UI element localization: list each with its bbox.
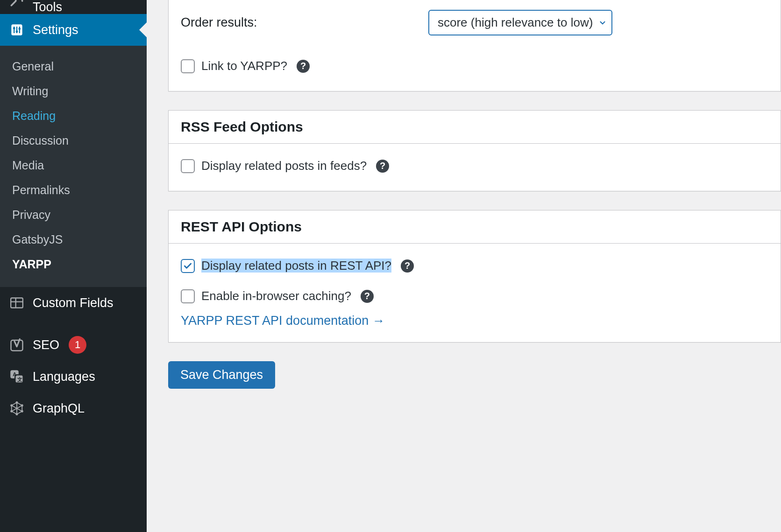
rss-feed-options-title: RSS Feed Options	[169, 111, 781, 144]
submenu-permalinks[interactable]: Permalinks	[0, 178, 147, 203]
order-results-label: Order results:	[181, 15, 422, 30]
rest-api-options-title: REST API Options	[169, 210, 781, 244]
submenu-writing[interactable]: Writing	[0, 79, 147, 104]
save-changes-button[interactable]: Save Changes	[168, 361, 275, 389]
enable-caching-label: Enable in-browser caching?	[201, 289, 351, 303]
svg-point-3	[19, 28, 21, 30]
submenu-privacy[interactable]: Privacy	[0, 203, 147, 227]
svg-point-12	[21, 410, 23, 413]
submenu-gatsbyjs[interactable]: GatsbyJS	[0, 227, 147, 252]
submenu-discussion[interactable]: Discussion	[0, 128, 147, 153]
sidebar-item-label: Settings	[33, 23, 78, 37]
svg-point-10	[16, 401, 18, 404]
submenu-media[interactable]: Media	[0, 153, 147, 178]
sidebar-item-languages[interactable]: A 文 Languages	[0, 361, 147, 392]
chevron-down-icon	[598, 19, 607, 27]
sliders-icon	[8, 23, 25, 36]
admin-sidebar: Tools Settings General Writing Reading D…	[0, 0, 147, 532]
graphql-icon	[8, 401, 25, 415]
sidebar-item-settings[interactable]: Settings	[0, 14, 147, 46]
svg-point-2	[16, 30, 18, 33]
svg-point-14	[10, 410, 13, 413]
rss-feed-options-panel: RSS Feed Options Display related posts i…	[168, 110, 781, 191]
sidebar-item-label: SEO	[33, 338, 59, 352]
display-in-feeds-checkbox[interactable]	[181, 159, 195, 173]
sidebar-item-label: Languages	[33, 370, 95, 384]
help-icon[interactable]: ?	[401, 259, 414, 273]
link-to-yarpp-row: Link to YARPP? ?	[181, 55, 768, 77]
display-options-panel: Order results: score (high relevance to …	[168, 0, 781, 91]
grid-icon	[8, 297, 25, 308]
help-icon[interactable]: ?	[376, 160, 389, 173]
sidebar-item-graphql[interactable]: GraphQL	[0, 392, 147, 424]
display-in-rest-checkbox[interactable]	[181, 259, 195, 273]
order-results-select[interactable]: score (high relevance to low)	[428, 10, 612, 35]
settings-submenu: General Writing Reading Discussion Media…	[0, 46, 147, 287]
svg-point-13	[16, 413, 18, 415]
help-icon[interactable]: ?	[361, 290, 374, 303]
sidebar-item-tools[interactable]: Tools	[0, 0, 147, 14]
display-in-rest-label: Display related posts in REST API?	[201, 259, 391, 273]
submenu-general[interactable]: General	[0, 54, 147, 79]
submenu-reading[interactable]: Reading	[0, 104, 147, 128]
svg-point-1	[13, 27, 15, 29]
display-in-feeds-row: Display related posts in feeds? ?	[181, 155, 768, 177]
rest-api-options-panel: REST API Options Display related posts i…	[168, 210, 781, 343]
svg-point-11	[21, 404, 23, 406]
sidebar-item-label: GraphQL	[33, 401, 85, 416]
sidebar-item-label: Custom Fields	[33, 296, 114, 310]
help-icon[interactable]: ?	[297, 60, 310, 73]
svg-point-15	[10, 404, 13, 406]
seo-badge: 1	[69, 336, 86, 354]
wrench-icon	[8, 0, 25, 7]
yarpp-rest-api-doc-link[interactable]: YARPP REST API documentation →	[181, 314, 385, 328]
display-in-feeds-label: Display related posts in feeds?	[201, 159, 367, 173]
sidebar-item-seo[interactable]: SEO 1	[0, 329, 147, 361]
translate-icon: A 文	[8, 370, 25, 384]
svg-text:A: A	[13, 371, 16, 377]
enable-caching-row: Enable in-browser caching? ?	[181, 285, 768, 307]
sidebar-item-custom-fields[interactable]: Custom Fields	[0, 287, 147, 319]
link-to-yarpp-label: Link to YARPP?	[201, 59, 287, 73]
sidebar-item-label: Tools	[33, 0, 62, 14]
link-to-yarpp-checkbox[interactable]	[181, 59, 195, 73]
submenu-yarpp[interactable]: YARPP	[0, 252, 147, 277]
display-in-rest-row: Display related posts in REST API? ?	[181, 255, 768, 277]
enable-caching-checkbox[interactable]	[181, 289, 195, 303]
order-results-row: Order results: score (high relevance to …	[181, 6, 768, 39]
svg-rect-4	[11, 298, 23, 308]
order-results-value: score (high relevance to low)	[438, 15, 593, 30]
svg-text:文: 文	[17, 377, 22, 382]
main-content: Order results: score (high relevance to …	[147, 0, 781, 532]
yoast-icon	[8, 338, 25, 352]
